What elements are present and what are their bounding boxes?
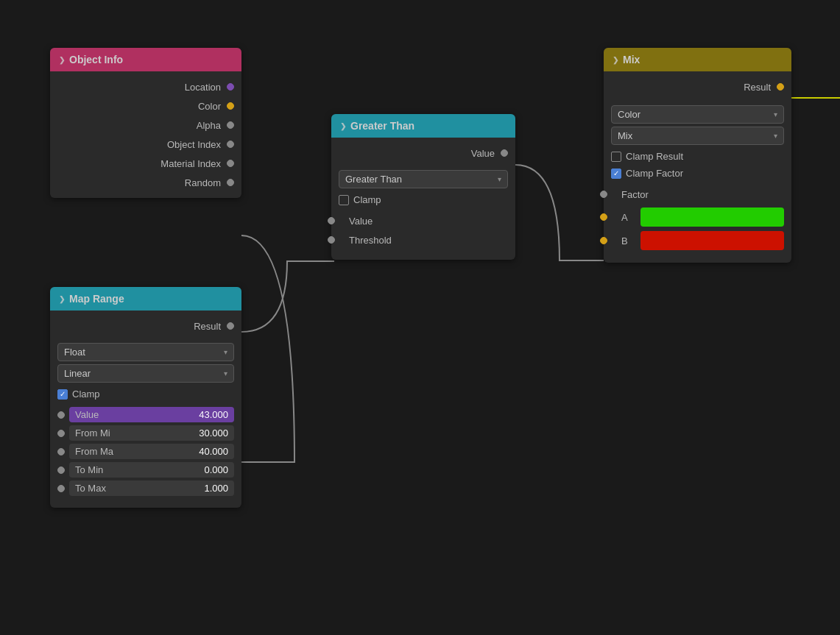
mix-color-dropdown[interactable]: Color ▾ [611,105,784,124]
linear-dropdown-label: Linear [64,368,91,379]
value-in-label: Value [349,216,373,227]
clamp-factor-label: Clamp Factor [626,168,683,179]
from-max-input-row: From Ma 40.000 [50,442,241,461]
b-label: B [621,235,636,246]
greater-than-title: Greater Than [350,120,414,132]
socket-row-mix-result: Result [604,77,791,96]
socket-row-object-index: Object Index [50,135,241,154]
socket-row-value-out: Value [331,143,515,163]
node-mix: ❯ Mix Result Color ▾ Mix ▾ Clamp Result … [604,48,791,263]
mix-color-dropdown-arrow: ▾ [774,110,777,118]
clamp-result-checkbox[interactable] [611,152,621,162]
object-info-title: Object Info [69,54,123,65]
socket-row-factor: Factor [604,185,791,204]
value-input-row: Value 43.000 [50,405,241,424]
socket-mix-result [777,83,784,91]
object-info-header: ❯ Object Info [50,48,241,71]
float-dropdown-arrow: ▾ [224,348,227,356]
socket-row-material-index: Material Index [50,154,241,173]
from-max-value: 40.000 [199,446,228,457]
clamp-checkbox[interactable] [57,389,68,400]
result-label: Result [194,321,221,332]
socket-from-min [57,430,65,437]
from-min-input-row: From Mi 30.000 [50,424,241,442]
value-out-label: Value [471,148,495,159]
greater-than-body: Value Greater Than ▾ Clamp Value Thresho… [331,138,515,260]
to-max-value: 1.000 [204,483,228,494]
clamp-result-row: Clamp Result [604,148,791,165]
location-label: Location [185,82,221,93]
b-color-swatch[interactable] [640,231,784,250]
from-min-input-field[interactable]: From Mi 30.000 [69,425,234,441]
socket-color [227,102,234,110]
socket-value-in [57,411,65,419]
greater-than-dropdown[interactable]: Greater Than ▾ [339,170,508,188]
from-max-input-field[interactable]: From Ma 40.000 [69,444,234,459]
mix-chevron[interactable]: ❯ [613,56,618,64]
socket-value-out [501,149,508,157]
clamp-factor-checkbox[interactable] [611,168,621,179]
to-max-input-field[interactable]: To Max 1.000 [69,480,234,496]
node-object-info: ❯ Object Info Location Color Alpha Objec… [50,48,241,198]
alpha-label: Alpha [197,120,221,131]
socket-object-index [227,141,234,148]
socket-location [227,83,234,91]
map-range-chevron[interactable]: ❯ [59,295,65,303]
socket-b [600,237,607,244]
map-range-title: Map Range [69,293,124,305]
socket-row-random: Random [50,173,241,192]
linear-dropdown-arrow: ▾ [224,369,227,377]
clamp-factor-row: Clamp Factor [604,165,791,182]
a-color-swatch[interactable] [640,207,784,227]
socket-from-max [57,448,65,455]
greater-than-chevron[interactable]: ❯ [340,122,346,130]
greater-than-header: ❯ Greater Than [331,114,515,138]
to-min-label: To Min [75,464,103,475]
socket-gt-value-in [328,217,335,224]
socket-to-max [57,485,65,492]
clamp-label: Clamp [72,389,100,400]
map-range-header: ❯ Map Range [50,287,241,311]
value-input-field[interactable]: Value 43.000 [69,407,234,422]
value-field-value: 43.000 [199,409,228,420]
threshold-label: Threshold [349,235,392,246]
factor-label: Factor [621,189,649,200]
greater-than-dropdown-label: Greater Than [345,174,402,185]
a-label: A [621,212,636,223]
to-max-input-row: To Max 1.000 [50,479,241,497]
mix-title: Mix [623,54,640,65]
gt-clamp-checkbox[interactable] [339,195,349,205]
socket-row-location: Location [50,77,241,96]
to-min-input-row: To Min 0.000 [50,461,241,479]
from-min-label: From Mi [75,428,110,439]
socket-row-result: Result [50,316,241,336]
mix-header: ❯ Mix [604,48,791,71]
socket-to-min [57,467,65,474]
greater-than-dropdown-arrow: ▾ [498,175,501,183]
mix-result-label: Result [744,82,771,93]
gt-clamp-checkbox-row: Clamp [331,191,515,208]
mix-mode-dropdown-label: Mix [618,130,632,141]
linear-dropdown[interactable]: Linear ▾ [57,364,234,383]
mix-body: Result Color ▾ Mix ▾ Clamp Result Clamp … [604,71,791,263]
b-row: B [604,229,791,252]
mix-mode-dropdown[interactable]: Mix ▾ [611,127,784,145]
node-greater-than: ❯ Greater Than Value Greater Than ▾ Clam… [331,114,515,260]
float-dropdown-label: Float [64,347,85,358]
socket-alpha [227,121,234,129]
object-info-body: Location Color Alpha Object Index Materi… [50,71,241,198]
socket-row-color: Color [50,96,241,116]
to-max-label: To Max [75,483,106,494]
socket-a [600,213,607,221]
random-label: Random [185,177,221,188]
map-range-body: Result Float ▾ Linear ▾ Clamp Value 43.0… [50,311,241,508]
socket-factor [600,191,607,198]
clamp-checkbox-row: Clamp [50,386,241,402]
socket-row-threshold: Threshold [331,230,515,249]
socket-row-alpha: Alpha [50,116,241,135]
object-info-chevron[interactable]: ❯ [59,56,65,64]
to-min-input-field[interactable]: To Min 0.000 [69,462,234,478]
float-dropdown[interactable]: Float ▾ [57,343,234,361]
mix-mode-dropdown-arrow: ▾ [774,132,777,140]
socket-random [227,179,234,186]
